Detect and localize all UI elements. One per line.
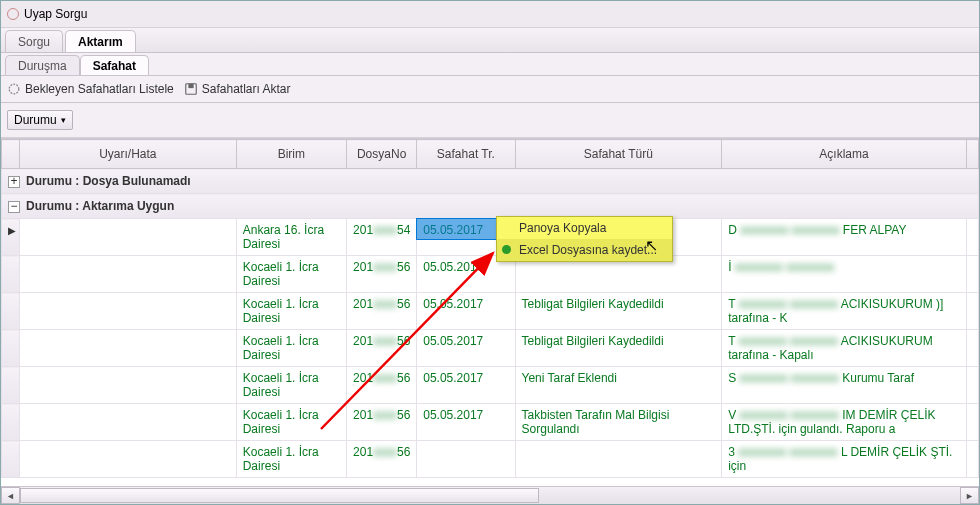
cell-birim: Kocaeli 1. İcra Dairesi bbox=[236, 441, 346, 478]
title-bar: Uyap Sorgu bbox=[1, 1, 979, 28]
cell-extra bbox=[966, 256, 978, 293]
cell-birim: Kocaeli 1. İcra Dairesi bbox=[236, 404, 346, 441]
cell-tarih: 05.05.2017 bbox=[417, 330, 515, 367]
cell-aciklama: T xxxxxxxx xxxxxxxx ACIKISUKURUM tarafın… bbox=[722, 330, 967, 367]
export-button[interactable]: Safahatları Aktar bbox=[184, 82, 291, 96]
svg-rect-2 bbox=[188, 84, 193, 88]
cell-uyari bbox=[20, 404, 237, 441]
cell-uyari bbox=[20, 219, 237, 256]
cell-extra bbox=[966, 219, 978, 256]
grid[interactable]: Uyarı/Hata Birim DosyaNo Safahat Tr. Saf… bbox=[1, 138, 979, 504]
list-pending-label: Bekleyen Safahatları Listele bbox=[25, 82, 174, 96]
toolbar: Bekleyen Safahatları Listele Safahatları… bbox=[1, 76, 979, 103]
table-row[interactable]: Kocaeli 1. İcra Dairesi201xxxx5605.05.20… bbox=[2, 293, 979, 330]
main-tabs: Sorgu Aktarım bbox=[1, 28, 979, 53]
row-indicator: ▶ bbox=[2, 219, 20, 256]
cell-birim: Kocaeli 1. İcra Dairesi bbox=[236, 256, 346, 293]
tab-aktarim[interactable]: Aktarım bbox=[65, 30, 136, 52]
cell-aciklama: İ xxxxxxxx xxxxxxxx bbox=[722, 256, 967, 293]
cell-uyari bbox=[20, 330, 237, 367]
cell-tur: Tebligat Bilgileri Kaydedildi bbox=[515, 330, 722, 367]
cell-dosyano: 201xxxx56 bbox=[347, 441, 417, 478]
cell-extra bbox=[966, 441, 978, 478]
col-birim[interactable]: Birim bbox=[236, 140, 346, 169]
col-uyari[interactable]: Uyarı/Hata bbox=[20, 140, 237, 169]
horizontal-scrollbar[interactable]: ◄ ► bbox=[1, 486, 979, 504]
cell-extra bbox=[966, 367, 978, 404]
group-row[interactable]: −Durumu : Aktarıma Uygun bbox=[2, 194, 979, 219]
col-extra[interactable] bbox=[966, 140, 978, 169]
col-aciklama[interactable]: Açıklama bbox=[722, 140, 967, 169]
scroll-left-button[interactable]: ◄ bbox=[1, 487, 20, 504]
cell-aciklama: S xxxxxxxx xxxxxxxx Kurumu Taraf bbox=[722, 367, 967, 404]
cell-uyari bbox=[20, 441, 237, 478]
cell-dosyano: 201xxxx56 bbox=[347, 330, 417, 367]
cell-uyari bbox=[20, 293, 237, 330]
cell-tarih: 05.05.2017 bbox=[417, 404, 515, 441]
cell-birim: Ankara 16. İcra Dairesi bbox=[236, 219, 346, 256]
window-title: Uyap Sorgu bbox=[24, 7, 87, 21]
cell-dosyano: 201xxxx56 bbox=[347, 404, 417, 441]
table-row[interactable]: Kocaeli 1. İcra Dairesi201xxxx5605.05.20… bbox=[2, 404, 979, 441]
context-menu[interactable]: Panoya Kopyala Excel Dosyasına kaydet... bbox=[496, 216, 673, 262]
cell-dosyano: 201xxxx56 bbox=[347, 256, 417, 293]
tab-safahat[interactable]: Safahat bbox=[80, 55, 149, 75]
scroll-thumb[interactable] bbox=[20, 488, 539, 503]
cell-aciklama: T xxxxxxxx xxxxxxxx ACIKISUKURUM )] tara… bbox=[722, 293, 967, 330]
row-indicator bbox=[2, 367, 20, 404]
cell-birim: Kocaeli 1. İcra Dairesi bbox=[236, 367, 346, 404]
save-icon bbox=[184, 82, 198, 96]
export-label: Safahatları Aktar bbox=[202, 82, 291, 96]
cell-aciklama: V xxxxxxxx xxxxxxxx IM DEMİR ÇELİK LTD.Ş… bbox=[722, 404, 967, 441]
col-indicator[interactable] bbox=[2, 140, 20, 169]
svg-point-0 bbox=[9, 84, 19, 94]
table-row[interactable]: Kocaeli 1. İcra Dairesi201xxxx5605.05.20… bbox=[2, 367, 979, 404]
col-safahat-tr[interactable]: Safahat Tr. bbox=[417, 140, 515, 169]
group-label: Durumu : Dosya Bulunamadı bbox=[26, 174, 191, 188]
group-label: Durumu : Aktarıma Uygun bbox=[26, 199, 174, 213]
col-safahat-turu[interactable]: Safahat Türü bbox=[515, 140, 722, 169]
tab-durusma[interactable]: Duruşma bbox=[5, 55, 80, 75]
expand-toggle[interactable]: + bbox=[8, 176, 20, 188]
uyap-window: Uyap Sorgu Sorgu Aktarım Duruşma Safahat… bbox=[0, 0, 980, 505]
row-indicator bbox=[2, 404, 20, 441]
row-indicator bbox=[2, 256, 20, 293]
row-indicator bbox=[2, 293, 20, 330]
group-by-chip[interactable]: Durumu ▾ bbox=[7, 110, 73, 130]
list-pending-button[interactable]: Bekleyen Safahatları Listele bbox=[7, 82, 174, 96]
cell-tur: Yeni Taraf Eklendi bbox=[515, 367, 722, 404]
cell-tarih: 05.05.2017 bbox=[417, 367, 515, 404]
ctx-item-label: Excel Dosyasına kaydet... bbox=[519, 243, 657, 257]
cell-uyari bbox=[20, 367, 237, 404]
table-row[interactable]: Kocaeli 1. İcra Dairesi201xxxx563 xxxxxx… bbox=[2, 441, 979, 478]
cell-extra bbox=[966, 293, 978, 330]
loading-icon bbox=[7, 82, 21, 96]
ctx-item-label: Panoya Kopyala bbox=[519, 221, 606, 235]
table-row[interactable]: Kocaeli 1. İcra Dairesi201xxxx5605.05.20… bbox=[2, 330, 979, 367]
cell-tur bbox=[515, 441, 722, 478]
cell-dosyano: 201xxxx56 bbox=[347, 367, 417, 404]
cell-tarih bbox=[417, 441, 515, 478]
cell-aciklama: 3 xxxxxxxx xxxxxxxx L DEMİR ÇELİK ŞTİ. i… bbox=[722, 441, 967, 478]
scroll-right-button[interactable]: ► bbox=[960, 487, 979, 504]
expand-toggle[interactable]: − bbox=[8, 201, 20, 213]
ctx-copy-clipboard[interactable]: Panoya Kopyala bbox=[497, 217, 672, 239]
col-dosyano[interactable]: DosyaNo bbox=[347, 140, 417, 169]
chevron-down-icon: ▾ bbox=[61, 115, 66, 125]
cell-extra bbox=[966, 404, 978, 441]
table-row[interactable]: ▶Ankara 16. İcra Dairesi201xxxx5405.05.2… bbox=[2, 219, 979, 256]
group-row[interactable]: +Durumu : Dosya Bulunamadı bbox=[2, 169, 979, 194]
cell-tur: Tebligat Bilgileri Kaydedildi bbox=[515, 293, 722, 330]
sub-tabs: Duruşma Safahat bbox=[1, 53, 979, 76]
cell-extra bbox=[966, 330, 978, 367]
tab-sorgu[interactable]: Sorgu bbox=[5, 30, 63, 52]
group-bar: Durumu ▾ bbox=[1, 103, 979, 138]
cell-tur: Takbisten Tarafın Mal Bilgisi Sorgulandı bbox=[515, 404, 722, 441]
scroll-track[interactable] bbox=[20, 488, 960, 503]
data-table: Uyarı/Hata Birim DosyaNo Safahat Tr. Saf… bbox=[1, 139, 979, 478]
table-row[interactable]: Kocaeli 1. İcra Dairesi201xxxx5605.05.20… bbox=[2, 256, 979, 293]
ctx-save-excel[interactable]: Excel Dosyasına kaydet... bbox=[497, 239, 672, 261]
header-row: Uyarı/Hata Birim DosyaNo Safahat Tr. Saf… bbox=[2, 140, 979, 169]
cell-tarih: 05.05.2017 bbox=[417, 293, 515, 330]
cell-birim: Kocaeli 1. İcra Dairesi bbox=[236, 293, 346, 330]
